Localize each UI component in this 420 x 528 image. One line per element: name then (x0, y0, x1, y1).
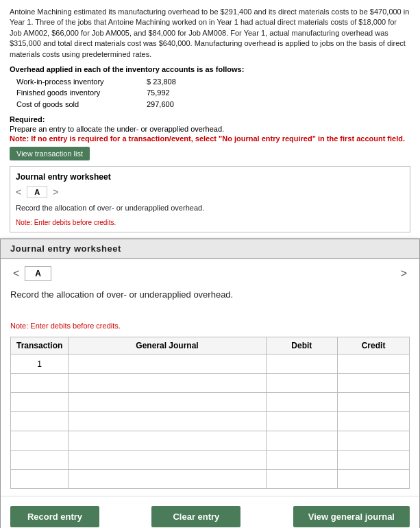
inventory-label-2: Cost of goods sold (16, 99, 133, 110)
debit-cell[interactable] (266, 374, 337, 393)
credit-cell[interactable] (338, 393, 410, 412)
general-journal-input[interactable] (69, 470, 265, 488)
transaction-number-cell (11, 470, 69, 489)
credit-input[interactable] (338, 374, 409, 392)
inventory-label-0: Work-in-process inventory (16, 76, 133, 88)
debit-input[interactable] (267, 431, 337, 450)
debit-input[interactable] (267, 470, 337, 488)
overhead-title: Overhead applied in each of the inventor… (10, 65, 410, 73)
mini-record-text: Record the allocation of over- or undera… (16, 202, 404, 213)
credit-cell[interactable] (338, 451, 410, 470)
general-journal-input[interactable] (69, 355, 265, 373)
debit-cell[interactable] (266, 412, 337, 431)
left-arrow-icon[interactable]: < (10, 267, 22, 280)
credit-input[interactable] (338, 412, 409, 431)
inventory-value-2: 297,600 (147, 99, 174, 110)
mini-right-arrow-icon[interactable]: > (53, 187, 58, 197)
mini-left-arrow-icon[interactable]: < (16, 187, 21, 197)
transaction-number-cell (11, 431, 69, 451)
right-arrow-icon[interactable]: > (398, 267, 410, 280)
col-header-debit: Debit (266, 337, 337, 355)
view-transaction-list-button[interactable]: View transaction list (10, 147, 90, 160)
required-text: Prepare an entry to allocate the under- … (10, 125, 410, 133)
debit-cell[interactable] (266, 393, 337, 412)
general-journal-cell[interactable] (69, 355, 266, 374)
mini-tab-a[interactable]: A (27, 186, 47, 198)
debit-input[interactable] (267, 451, 337, 469)
mini-ws-title: Journal entry worksheet (16, 172, 404, 182)
view-general-journal-button[interactable]: View general journal (293, 506, 410, 527)
table-row (11, 431, 410, 451)
record-text: Record the allocation of over- or undera… (10, 288, 410, 301)
general-journal-cell[interactable] (69, 431, 266, 451)
table-row (11, 412, 410, 431)
description-text: Antoine Machining estimated its manufact… (10, 7, 410, 60)
credit-input[interactable] (338, 451, 409, 469)
required-label: Required: (10, 115, 410, 123)
debit-input[interactable] (267, 393, 337, 411)
record-entry-button[interactable]: Record entry (10, 506, 99, 527)
credit-cell[interactable] (338, 374, 410, 393)
inventory-row-2: Cost of goods sold 297,600 (16, 99, 410, 110)
main-overlay: Journal entry worksheet < A > Record the… (0, 239, 420, 528)
debit-cell[interactable] (266, 431, 337, 451)
top-section: Antoine Machining estimated its manufact… (0, 0, 420, 239)
mini-note-text: Note: Enter debits before credits. (16, 219, 404, 226)
debit-input[interactable] (267, 412, 337, 431)
inventory-row-1: Finished goods inventory 75,992 (16, 87, 410, 99)
col-header-transaction: Transaction (11, 337, 69, 355)
general-journal-cell[interactable] (69, 374, 266, 393)
debit-cell[interactable] (266, 470, 337, 489)
general-journal-input[interactable] (69, 412, 265, 431)
general-journal-input[interactable] (69, 451, 265, 469)
credit-input[interactable] (338, 355, 409, 373)
credit-cell[interactable] (338, 412, 410, 431)
required-section: Required: Prepare an entry to allocate t… (10, 115, 410, 143)
inventory-label-1: Finished goods inventory (16, 87, 133, 99)
required-note: Note: If no entry is required for a tran… (10, 134, 410, 143)
general-journal-cell[interactable] (69, 393, 266, 412)
mini-worksheet: Journal entry worksheet < A > Record the… (10, 166, 410, 232)
general-journal-cell[interactable] (69, 412, 266, 431)
mini-tab-row: < A > (16, 186, 404, 198)
general-journal-input[interactable] (69, 393, 265, 411)
note-text: Note: Enter debits before credits. (10, 322, 410, 330)
table-row: 1 (11, 355, 410, 374)
general-journal-cell[interactable] (69, 470, 266, 489)
tab-row: < A > (10, 266, 410, 281)
inventory-table: Work-in-process inventory $ 23,808 Finis… (16, 76, 410, 110)
table-row (11, 451, 410, 470)
transaction-number-cell (11, 451, 69, 470)
inventory-value-1: 75,992 (147, 87, 170, 99)
col-header-general-journal: General Journal (69, 337, 266, 355)
table-row (11, 470, 410, 489)
credit-input[interactable] (338, 431, 409, 450)
inventory-value-0: $ 23,808 (147, 76, 176, 88)
footer-bar: Record entry Clear entry View general jo… (1, 496, 419, 528)
debit-cell[interactable] (266, 451, 337, 470)
debit-input[interactable] (267, 374, 337, 392)
overlay-header: Journal entry worksheet (1, 239, 419, 259)
table-row (11, 374, 410, 393)
transaction-number-cell (11, 393, 69, 412)
col-header-credit: Credit (338, 337, 410, 355)
overlay-body: < A > Record the allocation of over- or … (1, 259, 419, 489)
credit-cell[interactable] (338, 470, 410, 489)
tab-a[interactable]: A (25, 266, 51, 281)
inventory-row-0: Work-in-process inventory $ 23,808 (16, 76, 410, 88)
clear-entry-button[interactable]: Clear entry (151, 506, 240, 527)
debit-cell[interactable] (266, 355, 337, 374)
general-journal-cell[interactable] (69, 451, 266, 470)
credit-cell[interactable] (338, 431, 410, 451)
credit-cell[interactable] (338, 355, 410, 374)
journal-table: Transaction General Journal Debit Credit… (10, 337, 410, 489)
credit-input[interactable] (338, 470, 409, 488)
debit-input[interactable] (267, 355, 337, 373)
general-journal-input[interactable] (69, 374, 265, 392)
transaction-number-cell (11, 412, 69, 431)
credit-input[interactable] (338, 393, 409, 411)
transaction-number-cell (11, 374, 69, 393)
transaction-number-cell: 1 (11, 355, 69, 374)
table-row (11, 393, 410, 412)
general-journal-input[interactable] (69, 431, 265, 450)
